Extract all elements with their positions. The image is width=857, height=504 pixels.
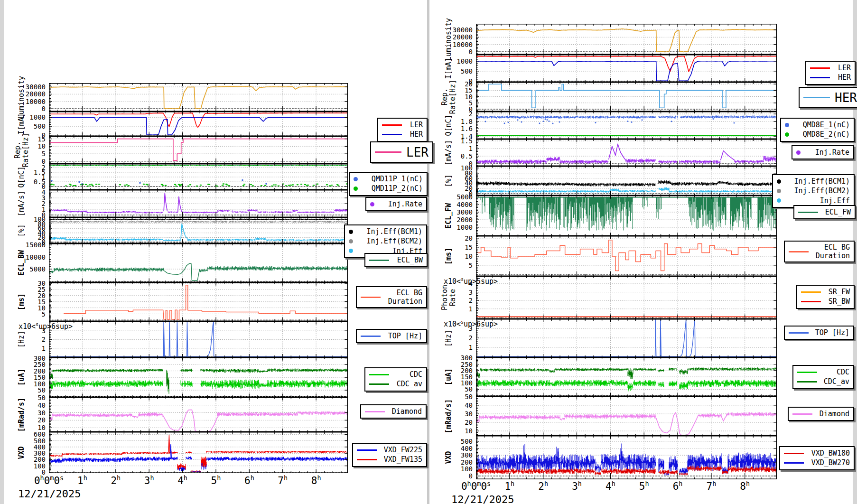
legend-inj-rate: Inj.Rate bbox=[792, 145, 854, 159]
legend-injection-ring: HER bbox=[799, 87, 857, 108]
legend-dot-sample bbox=[796, 150, 801, 155]
legend-entry-label: QMD8E_2(nC) bbox=[798, 130, 850, 139]
legend-line-sample bbox=[801, 291, 821, 293]
plot-cdc-current bbox=[476, 357, 777, 396]
legend-dot-sample bbox=[349, 230, 353, 234]
legend-entry: HER bbox=[810, 73, 851, 82]
plot-charge bbox=[476, 112, 777, 139]
legend-line-sample bbox=[789, 332, 809, 334]
legend-vxd: VXD_FW225VXD_FW135 bbox=[352, 443, 427, 467]
legend-diamond: Diamond bbox=[360, 404, 427, 419]
legend-entry: TOP [Hz] bbox=[789, 328, 849, 337]
plot-ecl-bg-duration bbox=[476, 236, 777, 276]
y-axis-title-beam-current: I[mA] bbox=[445, 57, 453, 79]
legend-line-sample bbox=[797, 381, 817, 383]
legend-vxd: VXD_BW180VXD_BW270 bbox=[779, 446, 855, 470]
x-axis-hour-label: 3h bbox=[572, 481, 582, 492]
legend-entry-label: SR_BW bbox=[824, 297, 850, 306]
legend-line-sample bbox=[365, 411, 385, 412]
legend-entry: QMD11P_1(nC) bbox=[354, 174, 423, 184]
legend-entry: VXD_BW270 bbox=[784, 458, 850, 467]
y-tick-label: 100 bbox=[447, 465, 473, 473]
legend-ecl-bg: ECL BG Duration bbox=[356, 286, 427, 308]
legend-line-sample bbox=[382, 134, 402, 135]
legend-entry: QMD11P_2(nC) bbox=[354, 184, 423, 193]
legend-cdc: CDCCDC_av bbox=[364, 367, 427, 392]
legend-inj-rate: Inj.Rate bbox=[365, 197, 427, 211]
legend-entry: Diamond bbox=[365, 407, 422, 416]
legend-entry-label: Inj.Eff bbox=[815, 196, 850, 205]
legend-entry-label: ECL BG Duration bbox=[383, 289, 422, 306]
legend-dot-sample bbox=[785, 123, 789, 127]
right-panel: 0100002000030000Luminosity05001000I[mA]0… bbox=[0, 0, 857, 504]
y-axis-title-vxd-dose: VXD bbox=[445, 451, 453, 464]
x-axis-hour-label: 6h bbox=[673, 481, 683, 492]
legend-line-sample bbox=[369, 374, 389, 375]
legend-line-sample bbox=[361, 336, 381, 337]
legend-dot-sample bbox=[785, 132, 789, 137]
legend-entry-label: TOP [Hz] bbox=[810, 328, 849, 337]
legend-dot-sample bbox=[349, 249, 353, 253]
legend-line-sample bbox=[369, 383, 389, 385]
legend-entry-label: Inj.Rate bbox=[383, 200, 422, 208]
legend-cdc: CDCCDC_av bbox=[792, 365, 854, 389]
legend-top: TOP [Hz] bbox=[784, 326, 854, 340]
legend-line-sample bbox=[784, 462, 804, 464]
legend-entry: SR_BW bbox=[801, 297, 850, 306]
y-axis-scale-photon-rate: x10<sup>5sup> bbox=[444, 277, 498, 286]
legend-top: TOP [Hz] bbox=[356, 329, 427, 343]
legend-entry: VXD_FW225 bbox=[357, 445, 422, 455]
plot-ecl-fw bbox=[476, 196, 777, 236]
y-tick-label: 300 bbox=[447, 354, 473, 362]
legend-dot-sample bbox=[349, 239, 353, 243]
y-tick-label: 20 bbox=[447, 234, 473, 242]
legend-entry: CDC bbox=[369, 370, 422, 379]
y-axis-title-inj-eff: [%] bbox=[445, 174, 453, 187]
legend-entry-label: LER bbox=[833, 64, 851, 72]
y-axis-title-diamond-dose: [mRad/s] bbox=[445, 399, 453, 433]
legend-dot-sample bbox=[354, 187, 358, 191]
plot-inj-eff bbox=[476, 166, 777, 196]
x-axis-hour-label: 2h bbox=[538, 481, 548, 492]
legend-inj-eff: Inj.Eff(BCM1)Inj.Eff(BCM2)Inj.Eff bbox=[772, 174, 855, 208]
legend-entry-label: LER bbox=[405, 121, 423, 129]
legend-entry: ECL_BW bbox=[369, 255, 423, 265]
legend-entry-label: VXD_BW180 bbox=[807, 449, 850, 457]
legend-entry-label: HER bbox=[405, 130, 423, 139]
legend-entry-label: Inj.Rate bbox=[810, 148, 849, 157]
legend-entry: Inj.Rate bbox=[370, 199, 422, 209]
legend-line-sample bbox=[798, 212, 818, 213]
legend-entry: Inj.Eff(BCM1) bbox=[349, 227, 422, 236]
y-axis-scale-top-rate: x10<sup>6sup> bbox=[444, 320, 498, 328]
plot-diamond-dose bbox=[476, 396, 777, 436]
legend-entry: HER bbox=[382, 130, 423, 139]
legend-entry-label: Inj.Eff(BCM1) bbox=[362, 227, 422, 236]
legend-dot-sample bbox=[370, 202, 374, 206]
y-axis-title-luminosity: Luminosity bbox=[445, 18, 453, 60]
legend-entry: VXD_FW135 bbox=[357, 455, 422, 464]
plot-beam-current bbox=[476, 55, 777, 82]
legend-entry-label: VXD_FW225 bbox=[379, 446, 422, 454]
plot-rep-rate bbox=[476, 82, 777, 112]
y-axis-title-top-rate: [Hz] bbox=[445, 329, 453, 346]
legend-entry-label: Diamond bbox=[815, 410, 849, 418]
y-tick-label: 5000 bbox=[447, 193, 473, 201]
legend-line-sample bbox=[357, 449, 377, 451]
legend-line-sample bbox=[361, 297, 381, 298]
legend-entry-label: Inj.Eff(BCM2) bbox=[790, 187, 850, 195]
x-axis-hour-label: 5h bbox=[639, 481, 649, 492]
plot-top-rate bbox=[476, 319, 777, 357]
legend-line-sample bbox=[357, 459, 377, 460]
x-axis-hour-label: 4h bbox=[605, 481, 615, 492]
legend-entry: CDC_av bbox=[369, 379, 422, 389]
legend-dot-sample bbox=[777, 179, 781, 184]
y-axis-title-charge: Q[nC] bbox=[445, 114, 453, 136]
legend-entry-label: CDC bbox=[832, 368, 849, 376]
legend-entry: QMD8E_2(nC) bbox=[785, 130, 850, 139]
y-axis-title-cdc-current: [uA] bbox=[445, 368, 453, 385]
legend-entry: TOP [Hz] bbox=[361, 331, 422, 341]
legend-line-sample bbox=[810, 67, 830, 69]
legend-entry: Inj.Eff bbox=[777, 196, 850, 205]
legend-entry: VXD_BW180 bbox=[784, 448, 850, 458]
legend-line-sample bbox=[792, 413, 812, 415]
